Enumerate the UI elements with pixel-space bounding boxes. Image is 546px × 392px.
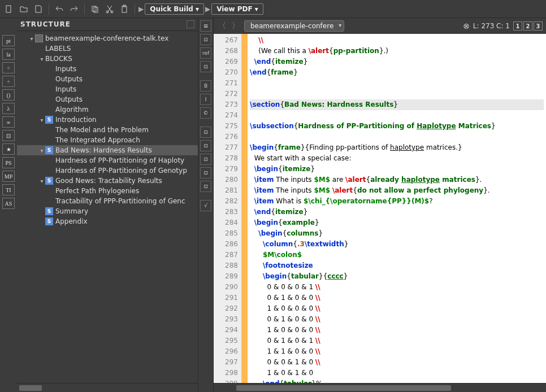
tree-item[interactable]: Hardness of PP-Partitioning of Haploty [17, 155, 198, 165]
tree-item[interactable]: Hardness of PP-Partitioning of Genotyp [17, 165, 198, 176]
svg-rect-0 [6, 6, 11, 12]
editor-view-tabs: 123 [513, 21, 543, 31]
structure-header: STRUCTURE [17, 18, 198, 31]
editor-tool-button[interactable]: ⊡ [200, 154, 211, 165]
paste-icon[interactable] [118, 2, 131, 16]
tree-item[interactable]: Inputs [17, 64, 198, 74]
symbol-button[interactable]: la [2, 49, 15, 60]
editor-tool-button[interactable]: ref [200, 47, 211, 59]
editor-tool-button[interactable]: © [200, 107, 211, 119]
symbol-button[interactable]: ∞ [2, 116, 15, 128]
tree-item[interactable]: LABELS [17, 43, 198, 54]
view-tab[interactable]: 2 [523, 21, 532, 31]
symbol-button[interactable]: ÷ [2, 76, 15, 87]
view-tab[interactable]: 3 [534, 21, 543, 31]
nav-back-icon[interactable]: 〈 [217, 21, 227, 31]
tree-label: Inputs [55, 65, 76, 73]
view-icon[interactable]: ▶ [205, 5, 210, 13]
main-toolbar: ▶ Quick Build ▾ ▶ View PDF ▾ [0, 0, 546, 18]
symbol-button[interactable]: PS [2, 157, 15, 168]
code-text[interactable]: \\ (We call this a \alert{pp-partition}.… [248, 34, 546, 383]
tree-item[interactable]: Algorithm [17, 104, 198, 115]
tree-label: Inputs [55, 85, 76, 93]
structure-scrollbar[interactable] [17, 383, 198, 392]
view-pdf-button[interactable]: View PDF ▾ [211, 3, 263, 15]
tree-label: Perfect Path Phylogenies [55, 187, 139, 195]
tree-item[interactable]: Outputs [17, 94, 198, 104]
symbol-button[interactable]: TI [2, 184, 15, 195]
file-icon [35, 34, 43, 42]
open-file-icon[interactable] [17, 2, 31, 16]
tree-item[interactable]: Tractability of PPP-Partitioning of Genc [17, 196, 198, 206]
tree-item[interactable]: ▾SGood News: Tractability Results [17, 176, 198, 186]
tree-item[interactable]: Perfect Path Phylogenies [17, 186, 198, 196]
symbol-button[interactable]: MP [2, 171, 15, 182]
close-tab-icon[interactable]: ⊗ [463, 21, 470, 31]
editor-tool-button[interactable]: ⊞ [200, 20, 211, 32]
separator [84, 3, 85, 15]
symbol-button[interactable]: ÷ [2, 62, 15, 73]
run-icon[interactable]: ▶ [138, 5, 144, 13]
save-icon[interactable] [32, 2, 45, 16]
tree-label: Hardness of PP-Partitioning of Haploty [55, 156, 184, 164]
tree-item[interactable]: Outputs [17, 74, 198, 84]
cut-icon[interactable] [103, 2, 116, 16]
tree-item[interactable]: Inputs [17, 84, 198, 94]
symbol-button[interactable]: ⊡ [2, 130, 15, 141]
tree-item[interactable]: ▾SBad News: Hardness Results [17, 145, 198, 155]
nav-forward-icon[interactable]: 〉 [231, 21, 241, 31]
editor-tool-button[interactable]: ⊡ [200, 61, 211, 72]
editor-tool-button[interactable]: I [200, 94, 211, 105]
tree-label: LABELS [45, 45, 71, 53]
symbol-button[interactable]: λ [2, 103, 15, 114]
tree-label: Bad News: Hardness Results [55, 146, 152, 154]
tree-item[interactable]: ▾BLOCKS [17, 54, 198, 64]
new-file-icon[interactable] [2, 2, 16, 16]
structure-title: STRUCTURE [20, 20, 71, 28]
tree-label: Appendix [55, 217, 87, 225]
section-icon: S [45, 207, 53, 215]
separator [135, 3, 135, 15]
symbol-button[interactable]: ★ [2, 143, 15, 155]
tree-label: The Integrated Approach [55, 136, 140, 144]
editor-tool-button[interactable]: ⊡ [200, 167, 211, 178]
editor-scrollbar[interactable] [214, 383, 546, 392]
tree-label: BLOCKS [45, 55, 72, 63]
editor-area: 〈 〉 beamerexample-confere ⊗ L: 273 C: 1 … [214, 18, 546, 392]
svg-point-3 [106, 11, 109, 13]
redo-icon[interactable] [67, 2, 81, 16]
tree-label: Algorithm [55, 106, 89, 114]
tree-item[interactable]: The Model and the Problem [17, 125, 198, 135]
view-tab[interactable]: 1 [513, 21, 522, 31]
structure-tree[interactable]: ▾beamerexample-conference-talk.texLABELS… [17, 31, 198, 383]
tree-item[interactable]: The Integrated Approach [17, 135, 198, 145]
editor-tool-button[interactable]: ⊡ [200, 34, 211, 45]
tree-label: Outputs [55, 75, 83, 83]
line-gutter: 2672682692702712722732742752762772782792… [214, 34, 242, 383]
editor-tool-button[interactable]: ⊡ [200, 140, 211, 151]
symbol-button[interactable]: () [2, 89, 15, 101]
tree-item[interactable]: SAppendix [17, 216, 198, 227]
quick-build-button[interactable]: Quick Build ▾ [145, 3, 204, 15]
editor-tool-button[interactable]: √ [200, 200, 211, 211]
undo-icon[interactable] [53, 2, 66, 16]
section-icon: S [45, 217, 53, 225]
filename-dropdown[interactable]: beamerexample-confere [244, 20, 344, 32]
fold-column[interactable] [242, 34, 248, 383]
symbol-button[interactable]: pt [2, 35, 15, 46]
svg-point-4 [111, 11, 113, 13]
tree-label: Hardness of PP-Partitioning of Genotyp [55, 167, 187, 175]
editor-tool-button[interactable]: B [200, 80, 211, 92]
symbol-button[interactable]: AS [2, 198, 15, 209]
tree-item[interactable]: ▾SIntroduction [17, 115, 198, 125]
collapse-icon[interactable] [187, 20, 194, 28]
tree-label: Tractability of PPP-Partitioning of Genc [55, 197, 185, 205]
tree-item[interactable]: ▾beamerexample-conference-talk.tex [17, 33, 198, 43]
section-icon: S [45, 116, 53, 124]
code-editor[interactable]: 2672682692702712722732742752762772782792… [214, 34, 546, 383]
editor-tool-button[interactable]: ⊡ [200, 181, 211, 192]
editor-tool-button[interactable]: ⊡ [200, 127, 211, 138]
copy-icon[interactable] [88, 2, 102, 16]
tree-item[interactable]: SSummary [17, 206, 198, 216]
tree-label: Summary [55, 207, 88, 215]
